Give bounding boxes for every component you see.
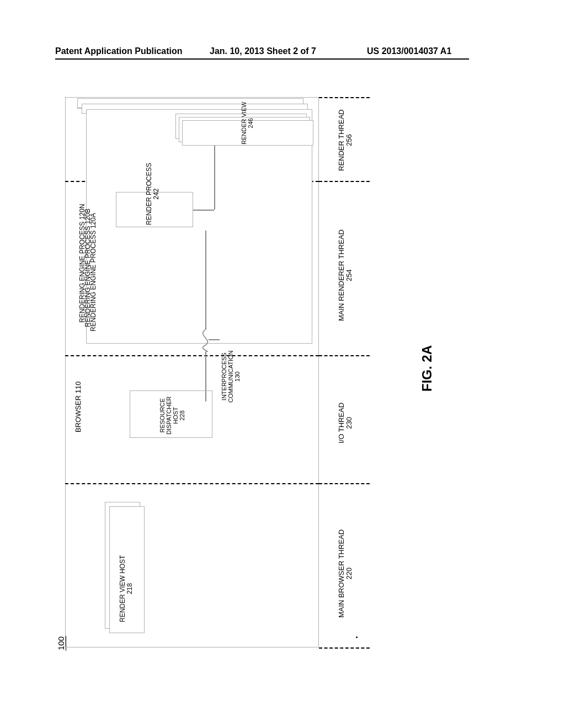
rv-label: RENDER VIEW 246: [241, 101, 254, 144]
c-rp-rv-v: [214, 146, 215, 210]
dash-ext-h0: [319, 97, 370, 98]
rvh-label: RENDER VIEW HOST 218: [119, 555, 134, 622]
header-rule: [55, 58, 469, 60]
dash-h2: [65, 355, 319, 356]
dot: [356, 636, 358, 638]
lbl-io-thread: I/O THREAD 230: [338, 403, 353, 443]
c-rp-down: [205, 231, 206, 330]
fig-2a: FIG. 2A: [419, 345, 435, 392]
ipc-lab: INTERPROCESS COMMUNICATION 130: [221, 350, 241, 403]
header-right: US 2013/0014037 A1: [367, 46, 451, 56]
eng-a-label: RENDERING ENGINE PROCESS 120A: [89, 213, 97, 331]
dash-ext-h4: [319, 647, 370, 649]
browser110: BROWSER 110: [74, 382, 82, 432]
header-center: Jan. 10, 2013 Sheet 2 of 7: [210, 46, 316, 56]
rp-label: RENDER PROCESS 242: [146, 163, 160, 225]
lbl-render-thread: RENDER THREAD 256: [338, 109, 353, 171]
figure: 100 [data-name="eng-n-lab"]{display:none…: [55, 94, 480, 678]
lbl-main-renderer-thread: MAIN RENDERER THREAD 254: [338, 229, 353, 321]
ipc-squig: [197, 330, 214, 352]
dash-ext-h3: [319, 483, 370, 484]
header-left: Patent Application Publication: [55, 46, 183, 56]
c-rp-rv-h: [193, 210, 214, 211]
lbl-main-browser-thread: MAIN BROWSER THREAD 220: [338, 529, 353, 618]
squiggle-icon: [197, 330, 214, 352]
ipc-lead: [209, 339, 220, 340]
dash-ext-h2: [319, 355, 370, 356]
rdh-label: RESOURCE DISPATCHER HOST 228: [159, 397, 185, 435]
dash-ext-h1: [319, 181, 370, 182]
dash-h3: [65, 483, 319, 484]
